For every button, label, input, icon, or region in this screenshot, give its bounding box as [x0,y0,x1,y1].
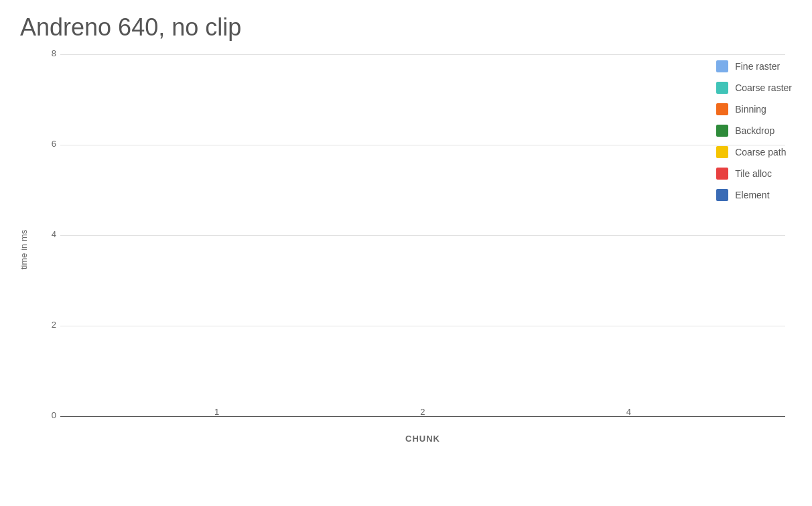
y-axis-tick-label: 6 [35,139,56,149]
legend-label: Coarse raster [735,82,792,93]
bar-x-label: 4 [626,407,631,417]
legend-item: Element [716,189,792,201]
legend-item: Backdrop [716,125,792,137]
legend-swatch [716,146,728,158]
grid-and-bars: 86420124CHUNK [60,55,785,444]
y-axis-tick-label: 8 [35,48,56,58]
bar-x-label: 1 [214,407,219,417]
bar-x-label: 2 [420,407,425,417]
legend-swatch [716,82,728,94]
legend-label: Tile alloc [735,168,772,179]
legend-swatch [716,103,728,115]
legend-label: Element [735,190,769,200]
legend-swatch [716,60,728,72]
legend-label: Binning [735,104,766,115]
legend-label: Backdrop [735,125,774,136]
legend-item: Coarse path [716,146,792,158]
legend-item: Binning [716,103,792,115]
bar-group: 1 [170,401,264,417]
legend-swatch [716,168,728,180]
chart-title: Andreno 640, no clip [20,13,799,42]
legend-label: Fine raster [735,61,780,72]
legend-swatch [716,189,728,201]
chart-area: time in ms 86420124CHUNK [13,55,799,444]
legend-item: Tile alloc [716,168,792,180]
legend-item: Coarse raster [716,82,792,94]
legend-label: Coarse path [735,147,786,157]
x-axis-title: CHUNK [60,434,785,444]
legend-item: Fine raster [716,60,792,72]
chart-container: Andreno 640, no clip time in ms 86420124… [0,0,812,506]
bars-wrapper: 124 [60,55,785,417]
y-axis-label: time in ms [13,55,33,444]
y-axis-tick-label: 2 [35,320,56,330]
plot-area: 86420124CHUNK [33,55,799,444]
y-axis-tick-label: 0 [35,410,56,420]
bar-group: 2 [376,401,470,417]
legend: Fine rasterCoarse rasterBinningBackdropC… [716,60,792,201]
y-axis-tick-label: 4 [35,229,56,239]
bar-group: 4 [582,401,675,417]
legend-swatch [716,125,728,137]
